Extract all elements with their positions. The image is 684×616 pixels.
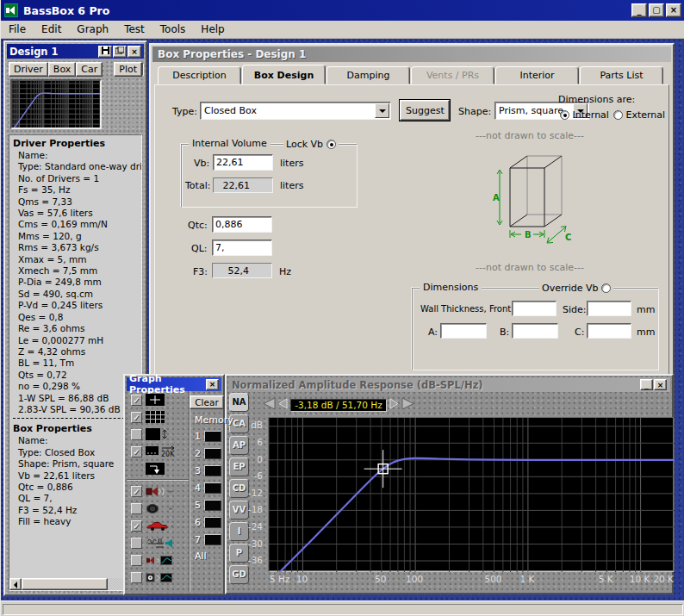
list-item: Fill = heavy [9,516,141,527]
tab-damping[interactable]: Damping [326,66,410,84]
design-tab-plot[interactable]: Plot [114,62,142,77]
speaker-curve-icon [146,554,173,567]
dim-a-field-label: A: [428,327,438,338]
tab-box-design[interactable]: Box Design [242,65,326,84]
step-right-icon[interactable] [389,398,400,412]
dim-a-input[interactable] [440,323,487,339]
list-item: F3 = 52,4 Hz [9,505,141,516]
checkbox-mic-response[interactable] [131,572,142,583]
memory-slot-number: 2 [195,448,202,459]
override-vb[interactable]: Override Vb [539,283,613,294]
y-axis-labels: dB60-6-12-18-24-30-36 [244,417,265,571]
memory-slot-6-button[interactable] [204,517,221,528]
external-label: External [626,109,666,121]
memory-label: Memory [190,409,221,427]
memory-slot-row: 6 [190,513,221,531]
graph-display-options: ✓✓✓20K ✓✓ [127,391,189,592]
duplicate-icon[interactable] [113,46,127,58]
checkbox-speaker-response[interactable] [131,555,142,566]
filter-network-icon [146,537,173,550]
checkbox-grid[interactable]: ✓ [131,412,142,423]
memory-all-label[interactable]: All [190,548,221,562]
checkbox-passive-radiator[interactable] [131,503,142,514]
close-icon[interactable]: × [127,46,141,58]
checkbox-car-acoustics[interactable]: ✓ [131,520,142,532]
y-axis-unit-label: dB [251,420,263,430]
tab-vents-prs[interactable]: Vents / PRs [411,66,494,84]
checkbox-frequency-range-20k[interactable]: ✓ [131,446,142,457]
plot-color-swatch[interactable] [142,63,144,76]
step-left-icon[interactable] [277,398,288,412]
suggest-button[interactable]: Suggest [400,100,450,121]
memory-slot-4-button[interactable] [204,482,221,494]
tab-interior[interactable]: Interior [495,66,579,84]
checkbox-driver[interactable]: ✓ [131,486,142,497]
scrollbar-track[interactable] [22,578,129,590]
tab-description[interactable]: Description [158,66,241,84]
step-right-fast-icon[interactable] [401,397,415,413]
design-tab-box[interactable]: Box [48,62,76,77]
vb-input[interactable] [213,154,273,171]
app-close-button[interactable]: × [666,3,681,17]
clear-button[interactable]: Clear [190,395,224,409]
total-volume-field: 22,61 [213,177,273,193]
box-window-title: Box Properties - Design 1 [158,48,306,60]
graph-tab-na[interactable]: NA [229,393,249,412]
memory-slot-row: 7 [190,531,221,548]
lock-vb[interactable]: Lock Vb [283,139,339,150]
memory-slot-number: 1 [195,431,202,442]
checkbox-filter-network[interactable] [131,538,142,549]
memory-slot-5-button[interactable] [204,500,221,511]
minimize-icon[interactable]: _ [640,379,653,390]
properties-h-scrollbar[interactable] [9,578,141,590]
qtc-label: Qtc: [188,220,208,231]
dim-b-input[interactable] [512,323,558,339]
wall-front-input[interactable] [512,301,557,316]
memory-slot-3-button[interactable] [204,465,221,476]
plot-area[interactable] [268,417,674,571]
memory-slot-1-button[interactable] [204,431,221,442]
design-tab-car[interactable]: Car [76,62,103,77]
box-type-select[interactable]: Closed Box [200,102,391,120]
graph-memory-column: Clear Memory 1234567 All [189,391,221,592]
radio-on-icon[interactable] [560,110,569,120]
save-icon[interactable] [98,46,112,58]
internal-radio[interactable]: Internal [560,109,609,121]
memory-slot-2-button[interactable] [204,448,221,459]
lock-vb-radio-icon[interactable] [326,140,336,149]
x-tick-label: 500 [484,574,501,584]
menu-help[interactable]: Help [193,22,232,37]
override-vb-radio-icon[interactable] [601,283,611,293]
checkbox-vertical-scale[interactable] [131,429,142,440]
checkbox-cursor[interactable]: ✓ [131,395,142,406]
design-tab-driver[interactable]: Driver [9,62,48,77]
mic-curve-icon [146,571,173,584]
ql-input[interactable] [212,240,272,256]
menu-tools[interactable]: Tools [152,22,194,37]
close-icon[interactable]: × [206,379,219,390]
tab-parts-list[interactable]: Parts List [580,66,663,84]
box-tab-strip: DescriptionBox DesignDampingVents / PRsI… [158,66,664,85]
qtc-input[interactable] [212,216,272,233]
app-maximize-button[interactable]: ▢ [649,3,664,17]
not-to-scale-top: ---not drawn to scale--- [444,130,616,141]
response-thumbnail[interactable] [10,79,102,129]
menu-graph[interactable]: Graph [69,22,116,37]
option-cursor: ✓ [127,391,189,408]
menu-test[interactable]: Test [116,22,152,37]
wall-side-input[interactable] [587,301,631,316]
app-minimize-button[interactable]: _ [631,3,647,17]
step-left-fast-icon[interactable] [262,397,276,413]
dim-b-field-label: B: [500,327,509,338]
radio-off-icon[interactable] [613,110,623,120]
memory-slot-7-button[interactable] [204,534,221,545]
external-radio[interactable]: External [613,109,665,121]
menu-file[interactable]: File [1,22,34,37]
port-icon [146,502,173,515]
scrollbar-thumb[interactable] [22,578,108,590]
chevron-down-icon[interactable] [375,103,389,118]
menu-edit[interactable]: Edit [34,22,69,37]
close-icon[interactable]: × [654,379,667,390]
dim-c-input[interactable] [587,323,631,339]
scroll-left-icon[interactable] [9,578,22,590]
